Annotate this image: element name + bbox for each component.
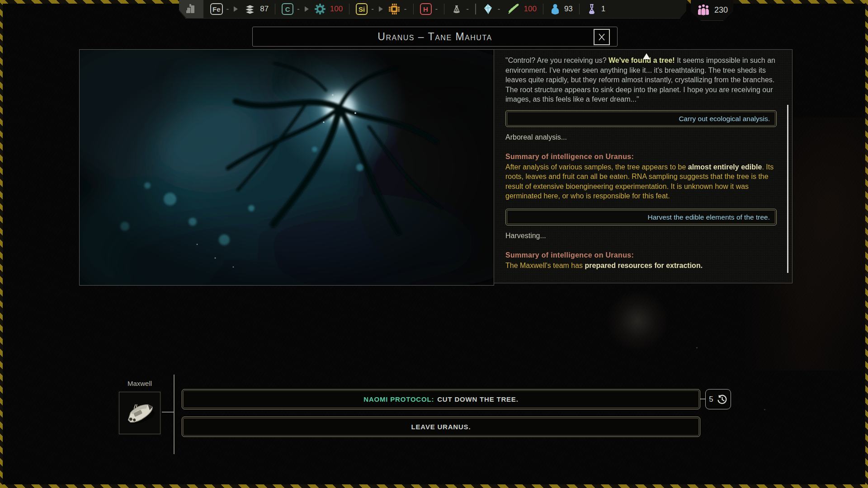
resource-electronics: -	[388, 3, 407, 15]
resource-steel: 87	[243, 3, 269, 15]
divider	[413, 4, 414, 14]
resource-iron: Fe -	[210, 3, 229, 15]
station-tab[interactable]	[179, 0, 203, 18]
event-log-panel: "Control? Are you receiving us? We've fo…	[494, 49, 793, 283]
iron-value: -	[226, 5, 229, 14]
summary-paragraph: After analysis of various samples, the t…	[505, 162, 777, 201]
steel-value: 87	[260, 5, 269, 14]
connector-stub	[700, 399, 705, 399]
station-icon	[185, 3, 197, 15]
cargo-ship-icon	[120, 394, 159, 432]
star-dot	[696, 347, 698, 348]
hydrogen-icon: H	[420, 3, 432, 15]
status-arboreal-analysis: Arboreal analysis...	[505, 133, 777, 141]
event-title-bar: Uranus – Tane Mahuta	[252, 27, 618, 47]
wheat-icon	[507, 3, 520, 15]
transmission-paragraph: "Control? Are you receiving us? We've fo…	[505, 56, 777, 104]
crew-person-icon	[550, 3, 561, 15]
gear-icon	[314, 3, 326, 15]
resource-ice: -	[482, 3, 500, 15]
carbon-icon: C	[282, 3, 293, 15]
hazard-stripe-bottom	[0, 484, 868, 488]
carbon-value: -	[297, 5, 300, 14]
alloy-value: 100	[330, 5, 343, 14]
protocol-prefix: NAOMI PROTOCOL:	[363, 395, 434, 403]
silicon-icon: Si	[356, 3, 368, 15]
divider	[579, 4, 580, 14]
population-icon	[696, 5, 711, 16]
summary-paragraph: The Maxwell's team has prepared resource…	[505, 261, 777, 271]
scrollbar-thumb[interactable]	[787, 105, 788, 273]
convert-arrow-icon	[305, 6, 309, 12]
resource-carbon: C -	[282, 3, 300, 15]
resource-hydrogen: H -	[420, 3, 438, 15]
timer-value: 5	[709, 395, 713, 404]
summary-heading: Summary of intelligence on Uranus:	[505, 251, 777, 259]
ice-value: -	[498, 5, 500, 14]
connector-stub	[162, 412, 174, 413]
waste-bag-icon	[451, 3, 462, 15]
close-icon	[597, 33, 606, 42]
waste-value: -	[466, 5, 469, 14]
divider	[349, 4, 349, 14]
divider	[275, 4, 275, 14]
flask-icon	[586, 3, 598, 15]
mouse-cursor	[643, 53, 650, 59]
science-value: 1	[601, 5, 605, 14]
divider	[543, 4, 543, 14]
leave-uranus-button[interactable]: LEAVE URANUS.	[182, 417, 700, 437]
choice-harvest-button[interactable]: Harvest the edible elements of the tree.	[505, 209, 777, 225]
text-segment: "Control? Are you receiving us?	[505, 56, 609, 64]
tree-painting	[80, 50, 494, 285]
silicon-value: -	[371, 5, 374, 14]
resource-crew: 93	[550, 3, 573, 15]
ship-thumbnail[interactable]	[118, 390, 162, 436]
convert-arrow-icon	[234, 6, 238, 12]
food-value: 100	[524, 5, 537, 14]
crew-value: 93	[564, 5, 573, 14]
convert-arrow-icon	[379, 6, 383, 12]
divider	[475, 4, 476, 14]
ship-name-label: Maxwell	[112, 380, 167, 387]
resource-waste: -	[451, 3, 469, 15]
choice-ecological-analysis-button[interactable]: Carry out ecological analysis.	[505, 110, 777, 127]
hazard-stripe-left	[0, 0, 3, 488]
connector-line	[174, 375, 175, 454]
protocol-action: CUT DOWN THE TREE.	[437, 395, 518, 403]
star-dot	[764, 409, 765, 410]
resource-alloy: 100	[314, 3, 343, 15]
divider	[444, 4, 444, 14]
naomi-protocol-button[interactable]: NAOMI PROTOCOL:CUT DOWN THE TREE.	[182, 389, 700, 409]
population-badge: 230	[691, 0, 733, 21]
chip-icon	[388, 3, 401, 15]
resource-science: 1	[586, 3, 605, 15]
status-harvesting: Harvesting...	[505, 232, 777, 240]
summary-heading: Summary of intelligence on Uranus:	[505, 153, 777, 161]
steel-plates-icon	[243, 3, 256, 15]
close-button[interactable]	[594, 29, 610, 45]
text-segment: The Maxwell's team has	[505, 262, 585, 269]
background-star-glow	[604, 287, 671, 355]
ice-crystal-icon	[482, 3, 494, 15]
resource-silicon: Si -	[356, 3, 374, 15]
event-title: Uranus – Tane Mahuta	[377, 31, 492, 43]
game-screen: Fe - 87 C -	[0, 0, 868, 488]
hydrogen-value: -	[435, 5, 438, 14]
event-illustration	[79, 49, 494, 286]
iron-icon: Fe	[210, 3, 223, 15]
protocol-timer: 5	[705, 389, 731, 409]
population-value: 230	[714, 5, 728, 15]
text-segment-highlight: We've found a tree!	[609, 56, 675, 64]
resource-food: 100	[507, 3, 537, 15]
resource-topbar: Fe - 87 C -	[179, 0, 686, 19]
text-segment-bold: prepared resources for extraction.	[585, 262, 703, 269]
text-segment-bold: almost entirely edible	[688, 163, 762, 171]
clock-history-icon	[717, 394, 727, 405]
text-segment: After analysis of various samples, the t…	[505, 163, 688, 171]
electronics-value: -	[404, 5, 407, 14]
